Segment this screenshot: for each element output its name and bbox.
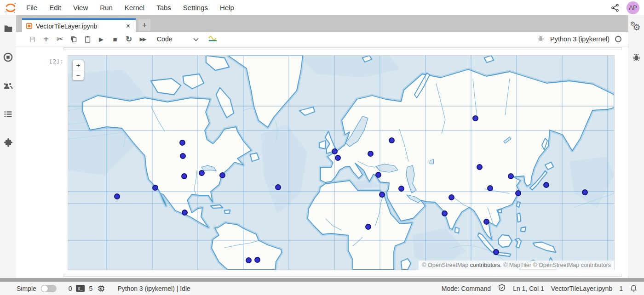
map-marker[interactable] (181, 173, 187, 179)
menu-item-tabs[interactable]: Tabs (150, 4, 177, 11)
map-marker[interactable] (365, 224, 371, 230)
map-marker[interactable] (582, 189, 588, 195)
menu-item-edit[interactable]: Edit (43, 4, 67, 11)
map-marker[interactable] (335, 155, 341, 161)
menu-item-view[interactable]: View (67, 4, 94, 11)
restart-kernel-icon[interactable]: ↻ (122, 33, 136, 45)
map-marker[interactable] (375, 172, 381, 178)
bottom-divider (0, 278, 644, 282)
menu-bar: FileEditViewRunKernelTabsSettingsHelp AP (0, 0, 644, 15)
run-cell-icon[interactable]: ▶ (94, 33, 108, 45)
map-marker[interactable] (398, 186, 404, 192)
tab-close-icon[interactable]: × (124, 22, 132, 30)
statusbar-left: Simple 0 $_ 5 Python 3 (ipykernel) | Idl… (17, 284, 190, 293)
menu-item-settings[interactable]: Settings (177, 4, 214, 11)
map-marker[interactable] (508, 173, 514, 179)
debugger-bug-icon[interactable] (537, 34, 545, 44)
running-kernels-icon[interactable] (0, 51, 16, 62)
map-marker[interactable] (275, 184, 281, 190)
map-attribution: © OpenStreetMap contributors. © MapTiler… (419, 261, 614, 270)
map-marker[interactable] (379, 192, 385, 198)
extension-manager-icon[interactable] (0, 137, 16, 148)
map-marker[interactable] (543, 182, 549, 188)
map-marker[interactable] (472, 115, 478, 121)
restart-run-all-icon[interactable]: ▶▶ (136, 33, 150, 45)
zoom-out-button[interactable]: − (73, 70, 84, 80)
map-marker[interactable] (180, 153, 186, 159)
map-marker[interactable] (493, 249, 499, 255)
zoom-in-button[interactable]: + (73, 60, 84, 70)
tab-vectortilelayer[interactable]: VectorTileLayer.ipynb × (22, 18, 136, 32)
command-mode-indicator[interactable]: Mode: Command (442, 285, 491, 292)
map-marker[interactable] (442, 210, 448, 216)
paste-cells-icon[interactable] (80, 33, 94, 45)
menu-item-run[interactable]: Run (94, 4, 119, 11)
menu-item-help[interactable]: Help (214, 4, 240, 11)
menu-items: FileEditViewRunKernelTabsSettingsHelp (20, 4, 240, 11)
share-icon[interactable] (610, 3, 620, 13)
file-browser-icon[interactable] (0, 23, 16, 34)
map-marker[interactable] (515, 190, 521, 196)
trusted-shield-icon[interactable] (498, 284, 506, 293)
map-marker[interactable] (368, 151, 374, 157)
map-marker[interactable] (477, 164, 483, 170)
menubar-right: AP (610, 1, 639, 14)
wave-extension-icon[interactable] (208, 34, 218, 44)
kernel-status-text[interactable]: Python 3 (ipykernel) | Idle (117, 285, 190, 292)
avatar[interactable]: AP (627, 1, 639, 14)
map-marker[interactable] (483, 219, 489, 225)
attribution-osm[interactable]: © OpenStreetMap (422, 262, 470, 268)
map-marker[interactable] (199, 170, 205, 176)
tab-title: VectorTileLayer.ipynb (36, 23, 124, 30)
property-inspector-icon[interactable]: ⚙⚙ (628, 23, 644, 34)
table-of-contents-icon[interactable] (0, 108, 16, 119)
map-marker[interactable] (246, 257, 252, 263)
map-marker[interactable] (389, 137, 395, 143)
bell-icon[interactable] (630, 284, 638, 293)
kernel-chip-icon (97, 284, 105, 293)
previous-cell-edge[interactable] (63, 47, 622, 50)
notebook-file-icon (26, 23, 33, 29)
map-marker[interactable] (448, 194, 454, 200)
map-marker[interactable] (254, 257, 260, 263)
kernel-status-icon[interactable] (615, 36, 621, 42)
cut-cells-icon[interactable]: ✂ (53, 33, 67, 45)
right-sidebar: ⚙⚙ (628, 15, 644, 278)
map-marker[interactable] (152, 185, 158, 191)
dock-tab-bar: VectorTileLayer.ipynb × + (16, 15, 628, 32)
map-marker[interactable] (332, 148, 338, 154)
new-tab-button[interactable]: + (138, 19, 150, 31)
copy-cells-icon[interactable] (67, 33, 80, 45)
cell-type-dropdown[interactable]: Code (157, 35, 199, 43)
debugger-icon[interactable] (628, 51, 644, 62)
add-cell-icon[interactable]: + (39, 33, 53, 45)
menu-item-kernel[interactable]: Kernel (119, 4, 150, 11)
map-marker[interactable] (487, 185, 493, 191)
menu-item-file[interactable]: File (20, 4, 43, 11)
simple-mode-toggle[interactable] (41, 285, 57, 292)
map-marker[interactable] (114, 193, 120, 199)
map-marker[interactable] (182, 210, 188, 216)
kernels-count: 5 (89, 285, 93, 292)
toggle-knob (41, 285, 48, 292)
terminals-count: 0 (69, 285, 72, 292)
map-output[interactable]: + − © OpenStreetMap contributors. © MapT… (68, 56, 614, 270)
simple-mode-label: Simple (17, 285, 36, 292)
statusbar-right: Mode: Command Ln 1, Col 1 VectorTileLaye… (442, 284, 638, 293)
cursor-position[interactable]: Ln 1, Col 1 (513, 285, 544, 292)
terminal-icon: $_ (76, 285, 85, 292)
map-marker[interactable] (179, 140, 185, 146)
left-sidebar (0, 15, 17, 278)
map-marker[interactable] (219, 172, 225, 178)
collaboration-users-icon[interactable] (0, 80, 16, 91)
statusbar-filename: VectorTileLayer.ipynb (551, 285, 612, 292)
status-bar: Simple 0 $_ 5 Python 3 (ipykernel) | Idl… (0, 282, 644, 295)
save-icon[interactable] (25, 33, 39, 45)
map-markers-layer (68, 56, 614, 270)
attribution-maptiler[interactable]: © MapTiler © OpenStreetMap contributors (502, 262, 611, 268)
attribution-contributors-link[interactable]: contributors. (470, 262, 502, 268)
next-cell-edge[interactable] (63, 274, 622, 277)
interrupt-kernel-icon[interactable]: ■ (108, 33, 122, 45)
kernel-name[interactable]: Python 3 (ipykernel) (550, 35, 610, 43)
cell-type-value: Code (157, 35, 172, 43)
